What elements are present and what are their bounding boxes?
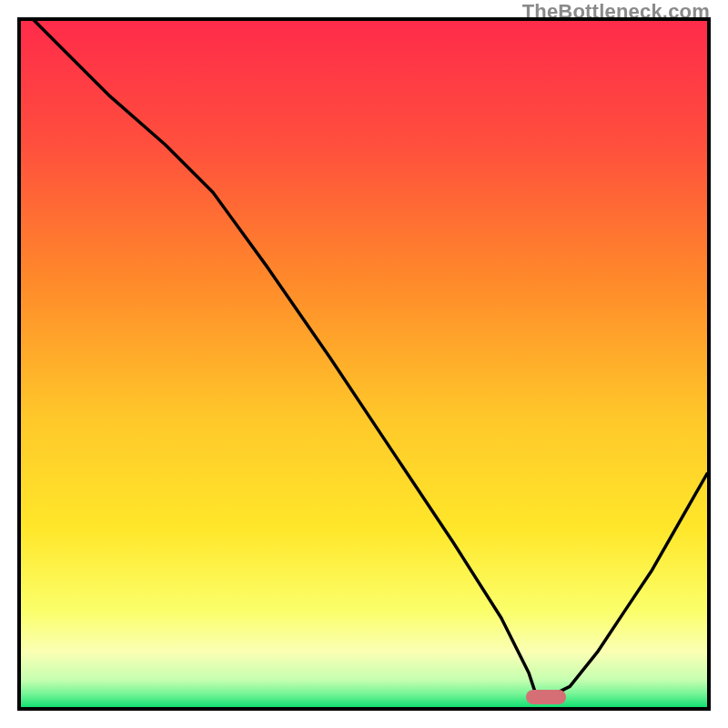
chart-background <box>21 21 707 707</box>
optimum-marker <box>526 690 566 704</box>
chart-frame <box>17 17 711 711</box>
svg-rect-0 <box>21 21 707 707</box>
